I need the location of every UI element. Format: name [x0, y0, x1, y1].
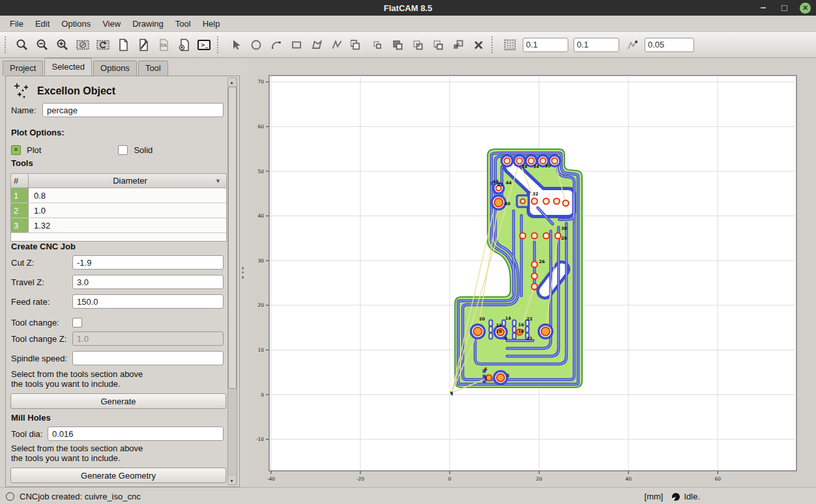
svg-text:40: 40 [625, 476, 632, 482]
save-defaults-button[interactable]: Ok [153, 36, 173, 54]
spindle-speed-input[interactable] [72, 351, 224, 365]
plot-canvas[interactable]: 3834304342444032302826201422121610189216… [248, 58, 808, 487]
tool-change-checkbox[interactable] [72, 318, 82, 328]
zoom-out-button[interactable] [32, 36, 52, 54]
tools-table-header[interactable]: # Diameter▼ [11, 174, 226, 188]
ok-file-icon: Ok [157, 38, 170, 51]
svg-text:20: 20 [257, 302, 264, 308]
col-header-num[interactable]: # [11, 174, 29, 188]
grid-y-input[interactable] [574, 38, 619, 52]
tools-label: Tools [11, 158, 33, 168]
svg-text:10: 10 [496, 329, 503, 334]
scrollbar-up-arrow[interactable]: ▲ [228, 78, 235, 86]
toolbar: Ok >_ [0, 32, 816, 58]
menu-help[interactable]: Help [197, 18, 226, 30]
grid-snap-toggle[interactable] [500, 36, 520, 54]
tool-dia-input[interactable] [48, 427, 224, 441]
corner-snap-toggle[interactable] [622, 36, 642, 54]
svg-text:10: 10 [257, 347, 264, 353]
menu-view[interactable]: View [96, 18, 126, 30]
union-button[interactable] [387, 36, 407, 54]
grid-x-input[interactable] [523, 38, 568, 52]
menu-options[interactable]: Options [55, 18, 96, 30]
cut-z-input[interactable] [72, 255, 224, 270]
rectangle-icon [290, 38, 303, 51]
col-header-diameter[interactable]: Diameter▼ [29, 174, 226, 188]
menubar: File Edit Options View Drawing Tool Help [0, 16, 816, 32]
svg-text:40: 40 [257, 213, 264, 219]
notebook-tabs: Project Selected Options Tool [0, 58, 240, 76]
panel-splitter[interactable] [240, 58, 248, 487]
new-file-button[interactable] [113, 36, 133, 54]
menu-file[interactable]: File [4, 18, 29, 30]
units-indicator: [mm] [645, 492, 663, 501]
copy-small-button[interactable] [367, 36, 387, 54]
draw-arc-button[interactable] [266, 36, 286, 54]
selected-panel: Excellon Object Name: Plot Options: ✕ Pl… [5, 76, 240, 487]
svg-text:20: 20 [536, 476, 542, 482]
tab-selected[interactable]: Selected [44, 58, 92, 76]
clear-plot-button[interactable] [72, 36, 93, 54]
svg-text:26: 26 [539, 259, 546, 264]
open-project-button[interactable] [133, 36, 153, 54]
subtract-button[interactable] [428, 36, 448, 54]
svg-text:40: 40 [504, 201, 511, 206]
minimize-button[interactable] [758, 3, 768, 13]
copy-small-icon [371, 38, 384, 51]
arc-icon [270, 38, 283, 51]
close-button[interactable]: ✕ [800, 3, 811, 14]
intersection-button[interactable] [407, 36, 428, 54]
generate-geometry-button[interactable]: Generate Geometry [10, 468, 226, 483]
menu-tool[interactable]: Tool [169, 18, 197, 30]
svg-text:0: 0 [261, 392, 264, 398]
generate-cnc-button[interactable]: Generate [10, 393, 226, 409]
svg-text:-10: -10 [256, 436, 264, 442]
snap-max-input[interactable] [645, 38, 694, 52]
svg-text:12: 12 [496, 323, 502, 328]
tab-tool[interactable]: Tool [138, 61, 168, 76]
tab-options[interactable]: Options [93, 61, 137, 76]
shell-button[interactable]: >_ [194, 36, 214, 54]
solid-checkbox-label: Solid [134, 145, 153, 155]
zoom-fit-icon [16, 38, 29, 51]
replot-button[interactable] [93, 36, 113, 54]
toolbar-drag-handle[interactable] [5, 36, 10, 53]
svg-text:28: 28 [561, 236, 568, 241]
scrollbar-down-arrow[interactable]: ▼ [228, 477, 235, 484]
tool-change-z-input[interactable] [72, 331, 224, 346]
zoom-fit-button[interactable] [12, 36, 32, 54]
cursor-icon [229, 38, 242, 51]
draw-circle-button[interactable] [246, 36, 266, 54]
restore-button[interactable] [779, 3, 789, 13]
zoom-in-button[interactable] [52, 36, 72, 54]
table-row[interactable]: 1 0.8 [11, 188, 226, 203]
table-row[interactable]: 3 1.32 [11, 218, 226, 233]
svg-text:44: 44 [506, 180, 512, 186]
draw-rectangle-button[interactable] [286, 36, 306, 54]
scrollbar-thumb[interactable] [228, 87, 237, 389]
draw-polygon-button[interactable] [306, 36, 327, 54]
tab-project[interactable]: Project [3, 61, 43, 76]
svg-text:60: 60 [715, 476, 721, 482]
plot-checkbox[interactable]: ✕ [11, 145, 21, 155]
select-tool-button[interactable] [226, 36, 246, 54]
menu-drawing[interactable]: Drawing [126, 18, 169, 30]
object-name-input[interactable] [42, 103, 224, 117]
panel-scrollbar[interactable]: ▲ ▼ [227, 77, 237, 485]
feed-rate-label: Feed rate: [11, 297, 72, 307]
tool-change-label: Tool change: [11, 318, 72, 328]
copy-objects-button[interactable] [347, 36, 367, 54]
close-project-button[interactable] [173, 36, 194, 54]
move-objects-button[interactable] [448, 36, 468, 54]
svg-text:60: 60 [257, 124, 264, 130]
solid-checkbox[interactable] [118, 145, 128, 155]
table-row[interactable]: 2 1.0 [11, 203, 226, 218]
terminal-icon: >_ [197, 38, 211, 51]
new-file-icon [117, 38, 130, 51]
feed-rate-input[interactable] [72, 294, 224, 309]
delete-shape-button[interactable] [468, 36, 488, 54]
menu-edit[interactable]: Edit [29, 18, 55, 30]
travel-z-input[interactable] [72, 275, 224, 289]
cut-z-label: Cut Z: [11, 258, 72, 268]
draw-polyline-button[interactable] [327, 36, 347, 54]
